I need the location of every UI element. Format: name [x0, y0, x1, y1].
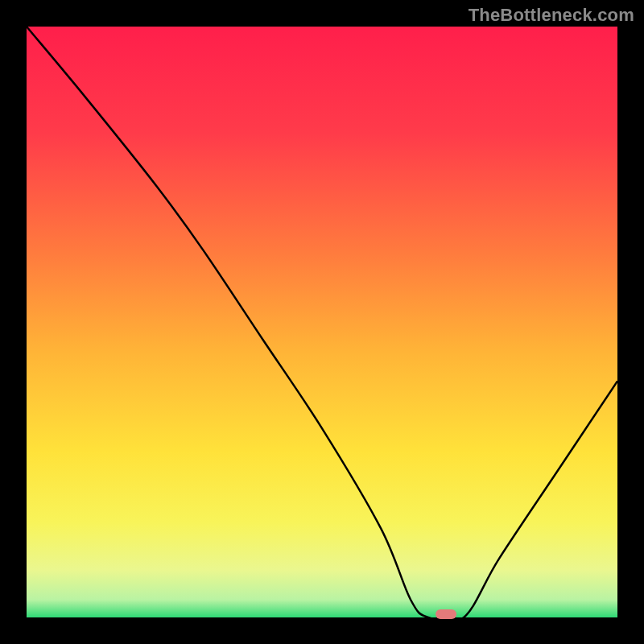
plot-background	[27, 27, 617, 617]
min-marker	[436, 609, 456, 619]
chart-frame: { "watermark": "TheBottleneck.com", "cha…	[0, 0, 644, 644]
chart-svg	[0, 0, 644, 644]
